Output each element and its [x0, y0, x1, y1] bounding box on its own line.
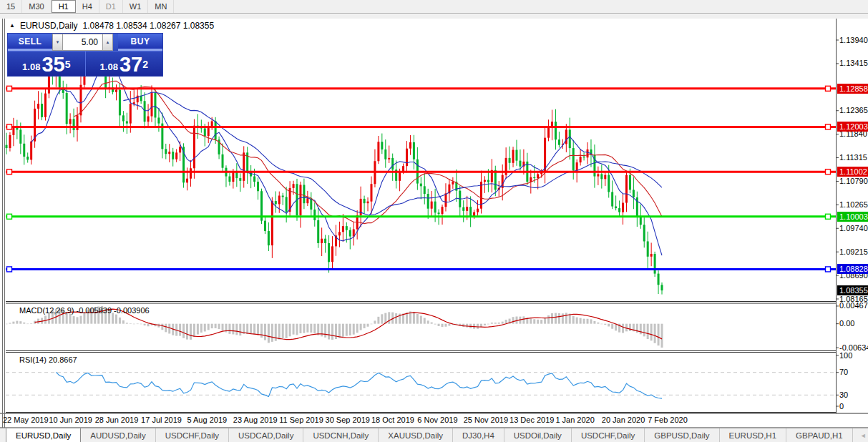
date-label: 13 Dec 2019	[509, 416, 554, 424]
macd-histogram-bar	[179, 324, 181, 336]
macd-histogram-bar	[424, 318, 426, 324]
tab-xauusd-daily[interactable]: XAUUSD,Daily	[379, 428, 453, 442]
candle-body	[558, 139, 560, 145]
macd-histogram-bar	[144, 324, 146, 325]
macd-histogram-bar	[122, 320, 125, 324]
tab-usdcnh-daily[interactable]: USDCNH,Daily	[303, 428, 379, 442]
tab-audusd-daily[interactable]: AUDUSD,Daily	[81, 428, 155, 442]
macd-histogram-bar	[562, 313, 564, 323]
line-end-marker[interactable]	[7, 170, 12, 175]
line-end-marker[interactable]	[7, 267, 12, 272]
tab-gbpaud-h1[interactable]: GBPAUD,H1	[786, 428, 853, 442]
buy-button[interactable]: BUY	[118, 34, 162, 51]
macd-histogram-bar	[6, 324, 8, 325]
macd-histogram-bar	[239, 324, 241, 336]
candle-body	[186, 179, 188, 183]
macd-histogram-bar	[349, 324, 351, 335]
tab-eurusd-h1[interactable]: EURUSD,H1	[720, 428, 786, 442]
tab-gbpusd-daily[interactable]: GBPUSD,Daily	[645, 428, 719, 442]
macd-histogram-bar	[208, 324, 210, 330]
tab-dj30-h4[interactable]: DJ30,H4	[453, 428, 504, 442]
collapse-panel-icon[interactable]: ▲	[9, 22, 15, 29]
timeframe-button-w1[interactable]: W1	[123, 0, 149, 13]
price-badge: 1.10003	[837, 212, 868, 222]
candle-body	[509, 158, 511, 163]
line-end-marker[interactable]	[826, 124, 831, 129]
candle-body	[569, 129, 571, 148]
volume-up-button[interactable]: ▲	[102, 34, 113, 51]
date-label: 10 Jun 2019	[49, 416, 92, 424]
candle-body	[515, 150, 517, 161]
line-end-marker[interactable]	[826, 214, 831, 219]
macd-histogram-bar	[331, 324, 333, 340]
candle-body	[406, 149, 408, 166]
candle-body	[625, 175, 628, 203]
candle-body	[157, 117, 160, 123]
chart-title-symbol: EURUSD,Daily	[20, 21, 78, 31]
tab-usdcad-daily[interactable]: USDCAD,Daily	[229, 428, 303, 442]
buy-price-prefix: 1.08	[100, 60, 118, 74]
candle-body	[384, 149, 386, 159]
timeframe-button-m30[interactable]: M30	[22, 0, 51, 13]
arrow-up-icon: ▲	[106, 40, 110, 44]
candle-body	[402, 166, 404, 172]
macd-histogram-bar	[310, 324, 312, 333]
candle-body	[232, 172, 234, 182]
macd-histogram-bar	[370, 324, 372, 325]
scroll-left-icon[interactable]: ◄	[860, 432, 867, 439]
line-end-marker[interactable]	[826, 267, 831, 272]
candle-body	[264, 221, 266, 231]
line-end-marker[interactable]	[7, 86, 12, 91]
tab-usdoil-daily[interactable]: USDOil,Daily	[504, 428, 572, 442]
candle-body	[658, 274, 660, 285]
buy-price-display[interactable]: 1.08 37 2	[86, 51, 163, 76]
macd-histogram-bar	[402, 313, 404, 323]
macd-histogram-bar	[204, 324, 206, 332]
timeframe-button-d1[interactable]: D1	[99, 0, 123, 13]
timeframe-button-h1[interactable]: H1	[52, 0, 76, 13]
macd-histogram-bar	[420, 316, 422, 324]
macd-histogram-bar	[640, 324, 642, 335]
tab-eurusd-daily[interactable]: EURUSD,Daily	[6, 428, 81, 442]
candle-body	[342, 226, 344, 232]
sell-price-display[interactable]: 1.08 35 5	[8, 51, 86, 76]
candle-body	[547, 127, 550, 137]
candle-body	[364, 199, 366, 203]
date-label: 7 Feb 2020	[648, 416, 688, 424]
timeframe-button-mn[interactable]: MN	[148, 0, 174, 13]
candle-body	[622, 203, 624, 212]
macd-histogram-bar	[494, 323, 497, 324]
volume-down-button[interactable]: ▼	[52, 34, 63, 51]
macd-histogram-bar	[23, 323, 25, 324]
candle-body	[494, 170, 497, 190]
price-tick-label: 1.12365	[839, 106, 868, 115]
candle-body	[530, 177, 532, 182]
sell-button[interactable]: SELL	[8, 34, 52, 51]
price-tick-label: 1.11315	[839, 153, 868, 162]
line-end-marker[interactable]	[7, 124, 12, 129]
macd-histogram-bar	[367, 324, 369, 327]
tab-usdchf-daily[interactable]: USDCHF,Daily	[156, 428, 229, 442]
date-label: 25 Nov 2019	[464, 416, 508, 424]
line-end-marker[interactable]	[826, 86, 831, 91]
candle-body	[519, 161, 521, 167]
line-end-marker[interactable]	[826, 170, 831, 175]
timeframe-button-15[interactable]: 15	[0, 0, 22, 13]
macd-histogram-bar	[477, 324, 479, 329]
tab-usdchf-daily[interactable]: USDCHF,Daily	[572, 428, 645, 442]
line-end-marker[interactable]	[7, 214, 12, 219]
candle-body	[615, 207, 617, 209]
macd-histogram-bar	[654, 324, 656, 343]
macd-histogram-bar	[289, 324, 291, 337]
candle-body	[204, 128, 206, 136]
macd-histogram-bar	[572, 316, 575, 324]
candle-body	[650, 254, 653, 257]
macd-histogram-bar	[73, 316, 75, 324]
macd-histogram-bar	[140, 324, 142, 325]
timeframe-button-h4[interactable]: H4	[76, 0, 99, 13]
volume-input[interactable]	[63, 34, 102, 51]
candle-body	[640, 217, 642, 225]
macd-histogram-bar	[328, 324, 330, 340]
macd-histogram-bar	[200, 324, 203, 333]
macd-histogram-bar	[597, 323, 599, 324]
